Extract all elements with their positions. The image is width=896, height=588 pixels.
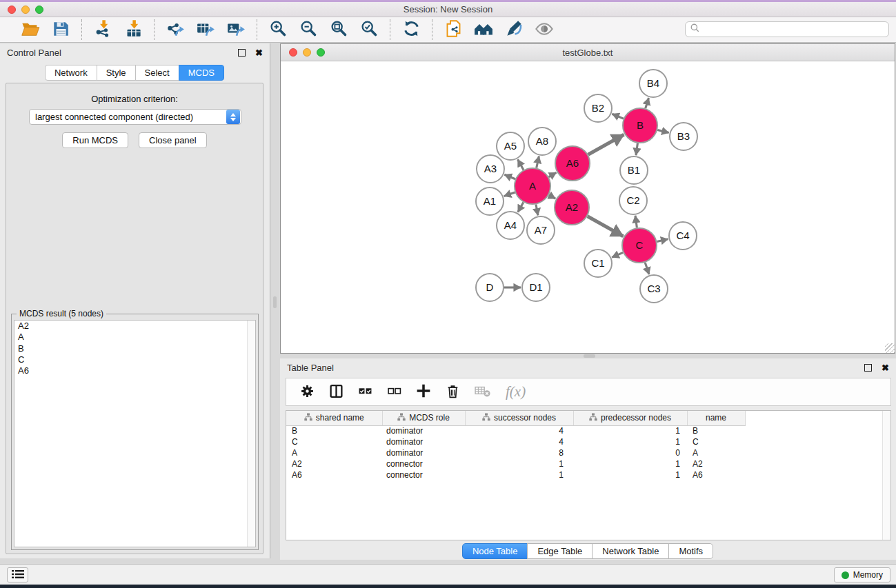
import-network-button[interactable] xyxy=(92,19,113,40)
tab-mcds[interactable]: MCDS xyxy=(179,65,224,81)
tab-edge-table[interactable]: Edge Table xyxy=(527,543,593,559)
table-cell[interactable]: A xyxy=(687,447,745,458)
trash-button[interactable] xyxy=(446,384,460,401)
tab-network-table[interactable]: Network Table xyxy=(592,543,669,559)
graph-edge-C-C2[interactable] xyxy=(635,216,637,227)
network-zoom-button[interactable] xyxy=(317,48,325,57)
mcds-result-item[interactable]: B xyxy=(14,343,255,354)
graph-edge-A-A6[interactable] xyxy=(549,172,557,176)
run-mcds-button[interactable]: Run MCDS xyxy=(62,132,128,148)
graph-edge-A6-B[interactable] xyxy=(588,134,624,154)
zoom-fit-button[interactable] xyxy=(328,19,349,40)
graph-edge-B-B4[interactable] xyxy=(646,98,649,108)
table-cell[interactable]: 4 xyxy=(465,425,573,436)
memory-button[interactable]: Memory xyxy=(834,567,890,582)
zoom-in-button[interactable] xyxy=(268,19,288,40)
optimization-criterion-select[interactable]: largest connected component (directed) xyxy=(29,109,241,125)
task-history-button[interactable] xyxy=(7,567,28,582)
show-home-button[interactable] xyxy=(473,19,494,40)
mcds-result-item[interactable]: A2 xyxy=(14,321,255,332)
table-cell[interactable]: 1 xyxy=(573,469,687,480)
table-row[interactable]: Cdominator41C xyxy=(286,436,746,447)
deselect-all-button[interactable] xyxy=(387,384,401,401)
table-cell[interactable]: A6 xyxy=(687,469,745,480)
graph-edge-A-A8[interactable] xyxy=(537,156,539,168)
table-cell[interactable]: A2 xyxy=(687,458,745,469)
graph-edge-A-A7[interactable] xyxy=(536,205,538,216)
close-panel-icon[interactable]: ✖ xyxy=(255,48,263,57)
graph-edge-A-A5[interactable] xyxy=(518,159,524,170)
column-header[interactable]: name xyxy=(687,411,745,425)
table-cell[interactable]: B xyxy=(687,425,745,436)
save-session-button[interactable] xyxy=(50,19,71,40)
graph-edge-B-B2[interactable] xyxy=(612,114,624,119)
graph-edge-C-C3[interactable] xyxy=(645,263,649,274)
graph-edge-A-A1[interactable] xyxy=(504,192,515,196)
table-cell[interactable]: 1 xyxy=(573,458,687,469)
table-cell[interactable]: connector xyxy=(382,458,465,469)
table-cell[interactable]: 1 xyxy=(465,469,573,480)
table-cell[interactable]: A2 xyxy=(286,458,382,469)
tab-style[interactable]: Style xyxy=(97,65,136,81)
search-input[interactable] xyxy=(703,25,884,34)
tab-motifs[interactable]: Motifs xyxy=(668,543,713,559)
table-cell[interactable]: connector xyxy=(382,469,465,480)
network-canvas[interactable]: B4B2BB3A5A8A6A3B1AA1C2A2A4A7C4CC1C3DD1 xyxy=(281,61,895,353)
zoom-out-button[interactable] xyxy=(298,19,319,40)
tab-network[interactable]: Network xyxy=(45,65,97,81)
float-table-panel-icon[interactable] xyxy=(864,364,872,372)
table-cell[interactable]: dominator xyxy=(382,425,465,436)
tab-node-table[interactable]: Node Table xyxy=(462,543,528,559)
table-cell[interactable]: dominator xyxy=(382,436,465,447)
table-cell[interactable]: C xyxy=(286,436,382,447)
network-close-button[interactable] xyxy=(289,48,297,57)
import-table-button[interactable] xyxy=(123,19,143,40)
columns-button[interactable] xyxy=(329,384,344,401)
graph-edge-C-C4[interactable] xyxy=(657,239,668,242)
graph-edge-A-A2[interactable] xyxy=(549,195,556,199)
table-row[interactable]: Bdominator41B xyxy=(286,425,746,436)
table-cell[interactable]: A xyxy=(286,447,382,458)
close-table-panel-icon[interactable]: ✖ xyxy=(882,363,889,372)
table-cell[interactable]: 0 xyxy=(573,447,687,458)
close-window-button[interactable] xyxy=(8,6,16,14)
eye-button[interactable] xyxy=(534,19,555,40)
column-header[interactable]: shared name xyxy=(286,411,382,425)
refresh-layout-button[interactable] xyxy=(401,19,421,40)
mcds-result-item[interactable]: A xyxy=(14,332,255,343)
close-panel-button[interactable]: Close panel xyxy=(139,132,207,148)
mcds-result-item[interactable]: A6 xyxy=(14,365,255,376)
table-cell[interactable]: 1 xyxy=(573,436,687,447)
graph-edge-C-C1[interactable] xyxy=(612,252,623,257)
table-cell[interactable]: A6 xyxy=(286,469,382,480)
horizontal-split-handle[interactable] xyxy=(584,354,595,358)
table-cell[interactable]: 8 xyxy=(465,447,573,458)
table-cell[interactable]: B xyxy=(286,425,382,436)
table-cell[interactable]: dominator xyxy=(382,447,465,458)
export-network-button[interactable] xyxy=(165,19,186,40)
duplicate-network-button[interactable] xyxy=(443,19,464,40)
select-all-button[interactable] xyxy=(358,384,372,401)
table-cell[interactable]: 1 xyxy=(465,458,573,469)
gear-button[interactable] xyxy=(300,384,315,401)
add-button[interactable] xyxy=(416,384,431,401)
float-panel-icon[interactable] xyxy=(238,49,246,57)
graph-edge-A-A4[interactable] xyxy=(518,203,524,212)
export-table-button[interactable] xyxy=(195,19,216,40)
show-graphics-details-button[interactable] xyxy=(504,19,524,40)
graph-edge-B-B3[interactable] xyxy=(657,130,669,132)
zoom-window-button[interactable] xyxy=(35,6,43,14)
resize-grip-icon[interactable] xyxy=(885,343,895,353)
table-row[interactable]: Adominator80A xyxy=(286,447,746,458)
network-window-titlebar[interactable]: testGlobe.txt xyxy=(281,44,895,61)
graph-edge-A2-C[interactable] xyxy=(588,216,624,236)
mcds-result-list[interactable]: A2ABCA6 xyxy=(14,320,256,547)
column-header[interactable]: predecessor nodes xyxy=(573,411,687,425)
column-header[interactable]: MCDS role xyxy=(382,411,465,425)
search-field[interactable] xyxy=(685,21,889,37)
mcds-result-item[interactable]: C xyxy=(14,354,255,365)
table-row[interactable]: A2connector11A2 xyxy=(286,458,746,469)
table-row[interactable]: A6connector11A6 xyxy=(286,469,746,480)
table-scrollbar[interactable] xyxy=(882,411,890,540)
open-session-button[interactable] xyxy=(20,19,41,40)
